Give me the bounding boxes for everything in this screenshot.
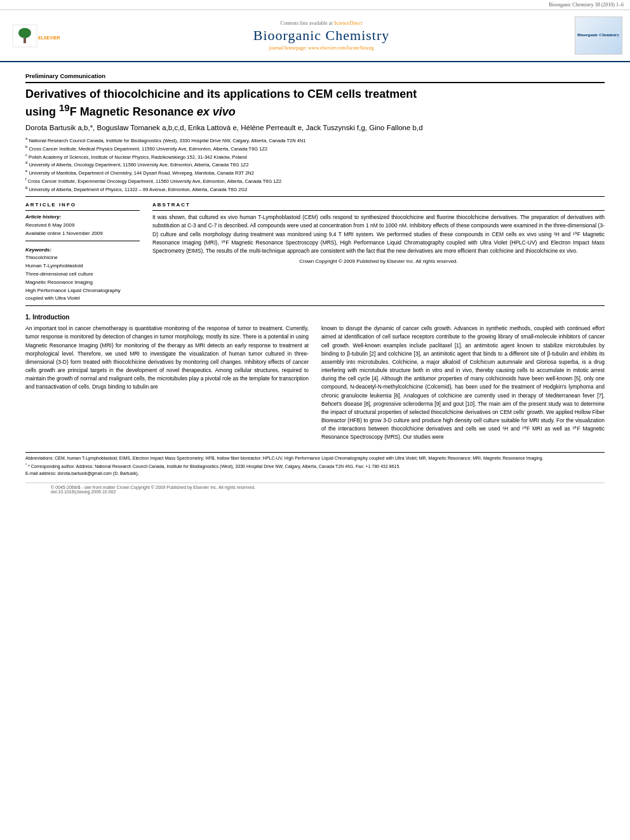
article-info-column: ARTICLE INFO Article history: Received 6… <box>25 202 140 303</box>
introduction-title: 1. Introduction <box>25 314 605 321</box>
journal-logo-right: Bioorganic Chemistry <box>566 14 630 57</box>
body-divider <box>25 305 605 306</box>
keywords: Keywords: Thiocolchicine Human T-Lymphob… <box>25 246 140 303</box>
abstract-text: It was shown, that cultured ex vivo huma… <box>152 213 605 265</box>
article-type: Preliminary Communication <box>25 72 605 79</box>
copyright-notice: Crown Copyright © 2009 Published by Else… <box>152 258 605 265</box>
introduction-body: An important tool in cancer chemotherapy… <box>25 324 605 445</box>
abstract-column: ABSTRACT It was shown, that cultured ex … <box>152 202 605 303</box>
received-date: Received 6 May 2009 <box>25 222 74 228</box>
elsevier-logo-icon: ELSEVIER <box>10 22 67 50</box>
abstract-header: ABSTRACT <box>152 202 605 208</box>
section-divider <box>25 196 605 197</box>
svg-point-1 <box>18 28 31 38</box>
svg-text:ELSEVIER: ELSEVIER <box>38 36 60 40</box>
bottom-bar: © 0045-2068/$ - see front matter Crown C… <box>25 483 605 496</box>
journal-homepage: journal homepage: www.elsevier.com/locat… <box>269 45 373 51</box>
footnotes: Abbreviations: CEM, human T-Lymphoblasto… <box>25 452 605 477</box>
journal-title: Bioorganic Chemistry <box>253 27 390 44</box>
journal-logo-box: Bioorganic Chemistry <box>575 17 622 55</box>
sciencedirect-link[interactable]: ScienceDirect <box>334 20 363 26</box>
introduction-section: 1. Introduction An important tool in can… <box>25 314 605 445</box>
introduction-right-col: known to disrupt the dynamic of cancer c… <box>321 324 605 445</box>
affiliations: a National Research Council Canada, Inst… <box>25 136 605 192</box>
paper-title: Derivatives of thiocolchicine and its ap… <box>25 87 605 120</box>
journal-header: ELSEVIER Contents lists available at Sci… <box>0 10 630 62</box>
abstract-divider <box>152 210 605 211</box>
main-content: Preliminary Communication Derivatives of… <box>0 62 630 501</box>
sciencedirect-line: Contents lists available at ScienceDirec… <box>281 20 363 26</box>
article-info-divider <box>25 210 140 211</box>
introduction-left-col: An important tool in cancer chemotherapy… <box>25 324 309 445</box>
svg-rect-2 <box>23 38 26 43</box>
elsevier-logo-area: ELSEVIER <box>0 14 76 57</box>
email-address: E-mail address: dorota.bartusik@gmail.co… <box>25 470 605 477</box>
available-date: Available online 1 November 2009 <box>25 230 103 236</box>
abbreviations: Abbreviations: CEM, human T-Lymphoblasto… <box>25 455 605 462</box>
authors: Dorota Bartusik a,b,*, Boguslaw Tomanek … <box>25 123 605 133</box>
article-info-abstract: ARTICLE INFO Article history: Received 6… <box>25 202 605 303</box>
journal-title-area: Contents lists available at ScienceDirec… <box>76 14 566 57</box>
corresponding-author: * * Corresponding author. Address: Natio… <box>25 462 605 470</box>
article-info-header: ARTICLE INFO <box>25 202 140 208</box>
keywords-divider <box>25 241 140 241</box>
article-history: Article history: Received 6 May 2009 Ava… <box>25 213 140 237</box>
journal-reference: Bioorganic Chemistry 38 (2010) 1–6 <box>0 0 630 10</box>
title-divider-top <box>25 82 605 83</box>
